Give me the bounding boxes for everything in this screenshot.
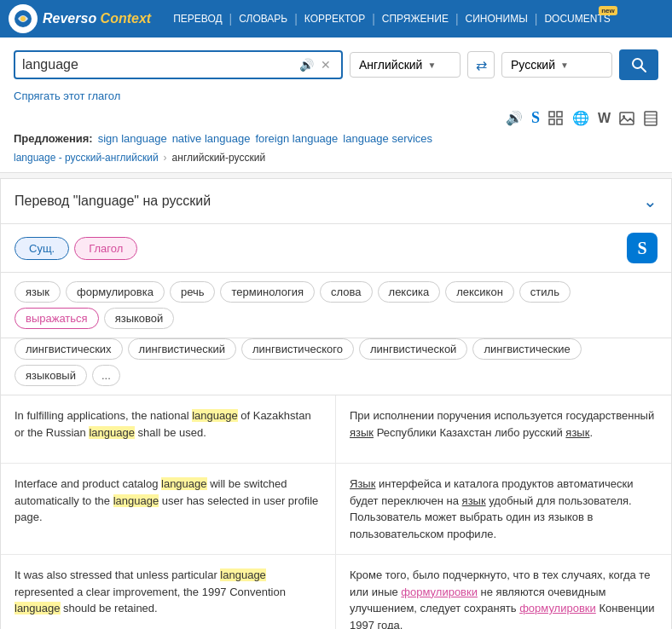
word-tag[interactable]: терминология	[220, 281, 315, 303]
example-row: Interface and product catalog language w…	[1, 464, 671, 555]
highlighted-word: язык	[565, 426, 589, 439]
word-tag[interactable]: формулировка	[66, 281, 165, 303]
example-en: It was also stressed that unless particu…	[1, 555, 336, 629]
suggestion-sign-language[interactable]: sign language	[98, 132, 167, 145]
highlighted-word: формулировки	[401, 586, 478, 598]
word-tag[interactable]: язык	[14, 281, 61, 303]
svg-rect-8	[620, 113, 634, 124]
example-ru: Кроме того, было подчеркнуто, что в тех …	[336, 555, 671, 629]
word-tag[interactable]: стиль	[519, 281, 571, 303]
word-tag[interactable]: лингвистических	[14, 338, 123, 360]
suggestion-native-language[interactable]: native language	[172, 132, 251, 145]
word-tag[interactable]: слова	[320, 281, 372, 303]
word-tag[interactable]: лингвистической	[359, 338, 467, 360]
breadcrumb: language - русский-английский › английск…	[14, 152, 658, 164]
example-ru: Язык интерфейса и каталога продуктов авт…	[336, 464, 671, 554]
tabs-row: Сущ. Глагол S	[1, 224, 671, 273]
wikipedia-icon[interactable]: W	[598, 111, 611, 126]
suggestions-label: Предложения:	[14, 132, 93, 145]
target-lang-arrow-icon: ▼	[560, 61, 569, 70]
breadcrumb-link[interactable]: language - русский-английский	[14, 152, 159, 164]
swap-languages-button[interactable]: ⇄	[467, 51, 495, 78]
source-language-select[interactable]: Английский ▼	[350, 52, 461, 78]
word-tag[interactable]: языковой	[104, 308, 175, 329]
search-area: 🔊 ✕ Английский ▼ ⇄ Русский ▼ Спрягать эт…	[0, 38, 672, 173]
source-lang-arrow-icon: ▼	[427, 61, 436, 70]
target-language-select[interactable]: Русский ▼	[501, 52, 612, 78]
example-row: It was also stressed that unless particu…	[1, 555, 671, 629]
highlighted-word: язык	[462, 494, 486, 507]
collapse-icon[interactable]: ⌄	[643, 191, 658, 211]
new-badge: new	[599, 6, 617, 15]
target-language-label: Русский	[511, 58, 555, 72]
example-ru: При исполнении поручения используется го…	[336, 395, 671, 463]
word-tags-row2: лингвистическихлингвистическийлингвистич…	[1, 338, 671, 395]
word-tags-row1: языкформулировкаречьтерминологиясловалек…	[1, 273, 671, 338]
svg-rect-4	[549, 112, 554, 117]
word-tag[interactable]: лексикон	[445, 281, 514, 303]
word-tag[interactable]: лингвистического	[241, 338, 354, 360]
search-input[interactable]	[22, 57, 296, 72]
highlighted-word: language	[89, 426, 135, 439]
translation-title: Перевод "language" на русский	[14, 193, 211, 209]
grid-icon[interactable]	[548, 111, 564, 126]
example-en: In fulfilling applications, the national…	[1, 395, 336, 463]
tabs-left: Сущ. Глагол	[14, 237, 137, 260]
word-tag[interactable]: языковый	[14, 365, 87, 386]
header: Reverso Context ПЕРЕВОД | СЛОВАРЬ | КОРР…	[0, 0, 672, 38]
icons-row: 🔊 S 🌐 W	[14, 109, 658, 127]
highlighted-word: язык	[350, 426, 374, 439]
speaker-icon[interactable]: 🔊	[506, 110, 523, 126]
highlighted-word: language	[220, 568, 266, 581]
highlighted-word: Язык	[350, 477, 375, 490]
suggestions-row: Предложения: sign language native langua…	[14, 132, 658, 145]
example-en: Interface and product catalog language w…	[1, 464, 336, 554]
logo[interactable]: Reverso Context	[9, 4, 151, 33]
globe-icon[interactable]: 🌐	[572, 110, 589, 126]
example-row: In fulfilling applications, the national…	[1, 395, 671, 464]
nav-translate[interactable]: ПЕРЕВОД	[170, 13, 225, 25]
image-icon[interactable]	[619, 111, 634, 126]
skype-small-icon[interactable]: S	[531, 109, 540, 127]
nav-conjugation[interactable]: СПРЯЖЕНИЕ	[379, 13, 452, 25]
word-tag[interactable]: лексика	[378, 281, 441, 303]
suggestion-language-services[interactable]: language services	[343, 132, 432, 145]
nav-documents[interactable]: DOCUMENTS new	[541, 13, 613, 25]
nav-corrector[interactable]: КОРРЕКТОР	[301, 13, 368, 25]
highlighted-word: language	[192, 409, 238, 422]
clear-icon[interactable]: ✕	[317, 58, 334, 72]
translation-section: Перевод "language" на русский ⌄ Сущ. Гла…	[0, 178, 672, 629]
breadcrumb-current: английский-русский	[172, 152, 266, 164]
svg-rect-5	[557, 112, 562, 117]
highlighted-word: language	[14, 602, 61, 615]
svg-rect-7	[557, 119, 562, 124]
tab-verb[interactable]: Глагол	[74, 237, 137, 260]
word-tag[interactable]: лингвистический	[128, 338, 236, 360]
tab-noun[interactable]: Сущ.	[14, 237, 69, 260]
nav-synonyms[interactable]: СИНОНИМЫ	[462, 13, 531, 25]
translation-header[interactable]: Перевод "language" на русский ⌄	[1, 179, 671, 224]
word-tag[interactable]: выражаться	[14, 308, 99, 329]
svg-line-3	[641, 67, 646, 72]
logo-text: Reverso Context	[43, 11, 151, 26]
breadcrumb-separator: ›	[164, 152, 167, 164]
conjugate-link[interactable]: Спрягать этот глагол	[14, 89, 120, 102]
book-icon[interactable]	[643, 111, 658, 126]
suggestion-foreign-language[interactable]: foreign language	[255, 132, 338, 145]
source-language-label: Английский	[359, 58, 422, 72]
examples: In fulfilling applications, the national…	[1, 395, 671, 629]
keyboard-icon[interactable]: 🔊	[296, 58, 317, 72]
more-tags-button[interactable]: ...	[92, 365, 120, 386]
svg-rect-6	[549, 119, 554, 124]
search-input-wrap: 🔊 ✕	[14, 50, 343, 79]
search-button[interactable]	[619, 49, 658, 80]
svg-point-1	[20, 16, 26, 21]
swap-icon: ⇄	[476, 57, 487, 73]
highlighted-word: language	[113, 494, 159, 507]
word-tag[interactable]: лингвистические	[472, 338, 581, 360]
skype-button[interactable]: S	[627, 233, 658, 263]
nav-dictionary[interactable]: СЛОВАРЬ	[235, 13, 291, 25]
search-row: 🔊 ✕ Английский ▼ ⇄ Русский ▼	[14, 49, 658, 80]
word-tag[interactable]: речь	[170, 281, 216, 303]
skype-icon: S	[637, 239, 646, 258]
